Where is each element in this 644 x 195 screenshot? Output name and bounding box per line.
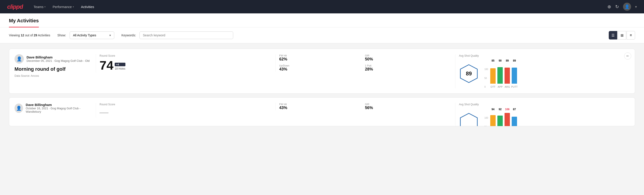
fw-hit-value: 62% xyxy=(279,57,360,62)
updown-label: Up/Down xyxy=(279,64,360,67)
gir-stat: GIR 50% xyxy=(365,54,446,62)
oneputt-label: 1 Putt xyxy=(365,64,446,67)
ott-value-label: 85 xyxy=(492,59,494,62)
quality-content: Avg Shot Quality 89 100 50 xyxy=(459,54,518,88)
user-info: Dave Billingham October 16, 2021 · Gog M… xyxy=(26,103,90,113)
app-bar xyxy=(498,116,503,126)
gir-value: 56% xyxy=(365,106,446,110)
viewing-count-text: Viewing 12 out of 29 Activities xyxy=(9,34,50,37)
view-list-detail-button[interactable]: ☰ xyxy=(609,31,617,40)
chart-col-arg: 106 ARG xyxy=(504,108,511,126)
arg-value-label: 106 xyxy=(505,108,510,111)
round-score-section: Round Score — xyxy=(96,103,270,118)
view-list-compact-button[interactable]: ≡ xyxy=(626,31,635,40)
gir-value: 50% xyxy=(365,57,446,62)
person-icon: 👤 xyxy=(16,56,22,62)
fw-hit-value: 43% xyxy=(279,106,360,110)
score-over-par-badge: +4 xyxy=(115,63,125,66)
viewing-current: 12 xyxy=(21,34,24,37)
chevron-down-icon: ▾ xyxy=(635,5,637,9)
avatar-button[interactable]: 👤 xyxy=(623,3,631,11)
page-title: My Activities xyxy=(9,14,39,28)
hex-score: 89 xyxy=(466,70,472,76)
oneputt-value: 28% xyxy=(365,67,446,72)
nav-item-activities[interactable]: Activities xyxy=(81,3,94,10)
user-date: December 05, 2021 · Gog Magog Golf Club … xyxy=(26,59,90,62)
app-bar xyxy=(498,67,503,84)
avg-shot-quality-label: Avg Shot Quality xyxy=(459,103,479,106)
activity-card: 👤 Dave Billingham October 16, 2021 · Gog… xyxy=(9,97,635,126)
arg-x-label: ARG xyxy=(504,86,510,88)
page-header: My Activities xyxy=(0,14,644,28)
y-mid-label: 50 xyxy=(484,77,488,80)
ott-value-label: 94 xyxy=(492,108,494,111)
fw-hit-label: FW Hit xyxy=(279,103,360,106)
fw-hit-label: FW Hit xyxy=(279,54,360,57)
chart-col-arg: 89 ARG xyxy=(504,59,511,88)
round-score-section: Round Score 74 +4 18 Holes xyxy=(96,54,270,72)
user-row: 👤 Dave Billingham October 16, 2021 · Gog… xyxy=(14,103,90,113)
activities-list: ✏ 👤 Dave Billingham December 05, 2021 · … xyxy=(0,43,644,135)
ott-bar xyxy=(490,115,496,126)
chart-col-putt: 89 PUTT xyxy=(511,59,518,88)
holes-label: 18 Holes xyxy=(115,67,125,70)
ott-bar xyxy=(490,68,496,84)
chevron-down-icon: ▾ xyxy=(109,34,111,37)
stats-section: FW Hit 62% GIR 50% Up/Down 43% 1 Putt 28… xyxy=(275,54,450,72)
gir-label: GIR xyxy=(365,103,446,106)
app-x-label: APP xyxy=(498,86,502,88)
arg-bar-wrap xyxy=(504,112,511,126)
avg-shot-quality-section: Avg Shot Quality 89 100 50 xyxy=(455,54,630,88)
user-date: October 16, 2021 · Gog Magog Golf Club -… xyxy=(26,107,90,113)
add-circle-icon[interactable]: ⊕ xyxy=(608,4,611,9)
viewing-total: 29 xyxy=(34,34,37,37)
putt-x-label: PUTT xyxy=(511,86,518,88)
activity-type-dropdown[interactable]: All Activity Types ▾ xyxy=(70,32,114,39)
refresh-icon[interactable]: ↻ xyxy=(615,4,619,9)
arg-bar xyxy=(504,68,510,84)
updown-stat: Up/Down 43% xyxy=(279,64,360,72)
arg-bar-wrap xyxy=(504,64,511,84)
card-left-section: 👤 Dave Billingham October 16, 2021 · Gog… xyxy=(14,103,90,115)
nav-label-teams: Teams xyxy=(34,5,44,9)
navbar: clippd Teams ▾ Performance ▾ Activities … xyxy=(0,0,644,14)
putt-bar-wrap xyxy=(511,64,518,84)
ott-bar-wrap xyxy=(489,112,496,126)
app-bar-wrap xyxy=(496,64,504,84)
round-score-label: Round Score xyxy=(100,103,266,106)
edit-button[interactable]: ✏ xyxy=(624,52,631,60)
stats-section: FW Hit 43% GIR 56% xyxy=(275,103,450,110)
svg-marker-1 xyxy=(460,113,477,126)
score-display: — xyxy=(100,108,266,117)
user-info: Dave Billingham December 05, 2021 · Gog … xyxy=(26,55,90,62)
putt-bar xyxy=(512,68,517,84)
logo[interactable]: clippd xyxy=(7,3,23,10)
updown-value: 43% xyxy=(279,67,360,72)
gir-stat: GIR 56% xyxy=(365,103,446,110)
user-row: 👤 Dave Billingham December 05, 2021 · Go… xyxy=(14,54,90,64)
stats-grid: FW Hit 43% GIR 56% xyxy=(279,103,446,110)
round-score-label: Round Score xyxy=(100,54,266,57)
user-name: Dave Billingham xyxy=(26,103,90,107)
putt-value-label: 87 xyxy=(513,108,516,111)
chart-col-app: 90 APP xyxy=(496,59,504,88)
y-mid-label: 50 xyxy=(484,126,488,126)
fw-hit-stat: FW Hit 43% xyxy=(279,103,360,110)
stats-grid: FW Hit 62% GIR 50% Up/Down 43% 1 Putt 28… xyxy=(279,54,446,72)
show-label: Show: xyxy=(57,34,66,37)
chart-col-app: 92 APP xyxy=(496,108,504,126)
arg-value-label: 89 xyxy=(506,59,509,62)
y-axis-labels: 100 50 0 xyxy=(484,117,489,126)
activity-type-value: All Activity Types xyxy=(73,34,96,37)
arg-bar xyxy=(504,113,510,126)
nav-right: ⊕ ↻ 👤 ▾ xyxy=(608,3,637,11)
view-grid-button[interactable]: ⊞ xyxy=(618,31,626,40)
view-toggle: ☰ ⊞ ≡ xyxy=(609,31,635,40)
keyword-search-input[interactable] xyxy=(140,32,233,39)
score-value: 74 xyxy=(100,59,113,72)
activity-title: Morning round of golf xyxy=(14,66,90,72)
nav-label-performance: Performance xyxy=(53,5,72,9)
nav-item-teams[interactable]: Teams ▾ xyxy=(34,3,46,10)
nav-item-performance[interactable]: Performance ▾ xyxy=(53,3,74,10)
y-max-label: 100 xyxy=(484,117,488,119)
